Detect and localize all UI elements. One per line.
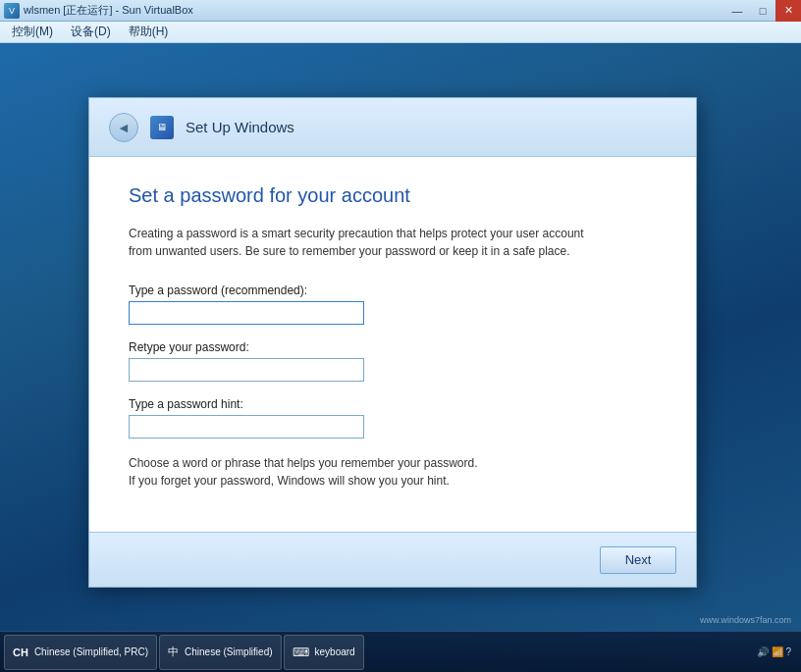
watermark-text: www.windows7fan.com: [700, 615, 791, 625]
menubar: 控制(M) 设备(D) 帮助(H): [0, 22, 801, 43]
titlebar-controls: — □ ✕: [724, 0, 801, 22]
menu-control[interactable]: 控制(M): [4, 22, 61, 42]
hint-note-text: Choose a word or phrase that helps you r…: [129, 456, 478, 488]
dialog-title: Set Up Windows: [186, 119, 294, 135]
taskbar-language-item[interactable]: CH Chinese (Simplified, PRC): [4, 635, 157, 670]
dialog-footer: Next: [89, 532, 696, 587]
taskbar-left: CH Chinese (Simplified, PRC) 中 Chinese (…: [0, 635, 364, 670]
lang-icon: CH: [13, 646, 28, 658]
app-icon: V: [4, 3, 20, 19]
page-title: Set a password for your account: [129, 184, 657, 207]
password-input[interactable]: [129, 301, 364, 325]
back-button[interactable]: ◄: [109, 113, 138, 142]
desktop: V wlsmen [正在运行] - Sun VirtualBox — □ ✕ 控…: [0, 0, 801, 672]
retype-label: Retype your password:: [129, 340, 657, 354]
windows-setup-icon: 🖥: [150, 116, 174, 139]
minimize-button[interactable]: —: [724, 0, 750, 22]
setup-dialog: ◄ 🖥 Set Up Windows Set a password for yo…: [88, 97, 697, 588]
retype-input[interactable]: [129, 358, 364, 382]
back-arrow-icon: ◄: [117, 120, 131, 135]
keyboard-label: keyboard: [315, 646, 355, 657]
password-group: Type a password (recommended):: [129, 284, 657, 325]
dialog-body: Set a password for your account Creating…: [89, 157, 696, 532]
dialog-header: ◄ 🖥 Set Up Windows: [89, 98, 696, 157]
watermark: www.windows7fan.com: [700, 615, 791, 625]
hint-input[interactable]: [129, 415, 364, 439]
ime-icon: 中: [168, 645, 179, 659]
ime-label: Chinese (Simplified): [185, 646, 272, 657]
password-label: Type a password (recommended):: [129, 284, 657, 297]
taskbar-ime-item[interactable]: 中 Chinese (Simplified): [159, 635, 281, 670]
titlebar-left: V wlsmen [正在运行] - Sun VirtualBox: [0, 3, 193, 19]
description-text: Creating a password is a smart security …: [129, 225, 610, 260]
taskbar: CH Chinese (Simplified, PRC) 中 Chinese (…: [0, 631, 801, 672]
taskbar-right: 🔊 📶 ?: [753, 645, 801, 659]
hint-label: Type a password hint:: [129, 397, 657, 411]
keyboard-icon: ⌨: [293, 646, 309, 659]
retype-group: Retype your password:: [129, 340, 657, 382]
next-button[interactable]: Next: [600, 546, 676, 574]
tray-icons: 🔊 📶 ?: [753, 645, 795, 659]
menu-devices[interactable]: 设备(D): [63, 22, 119, 42]
close-button[interactable]: ✕: [775, 0, 801, 22]
hint-note: Choose a word or phrase that helps you r…: [129, 454, 492, 490]
hint-group: Type a password hint:: [129, 397, 657, 439]
titlebar: V wlsmen [正在运行] - Sun VirtualBox — □ ✕: [0, 0, 801, 22]
virtualbox-content: ◄ 🖥 Set Up Windows Set a password for yo…: [0, 43, 801, 672]
menu-help[interactable]: 帮助(H): [121, 22, 177, 42]
maximize-button[interactable]: □: [750, 0, 775, 22]
lang-label: Chinese (Simplified, PRC): [34, 646, 148, 657]
taskbar-keyboard-item[interactable]: ⌨ keyboard: [284, 635, 364, 670]
window-title: wlsmen [正在运行] - Sun VirtualBox: [24, 3, 193, 18]
